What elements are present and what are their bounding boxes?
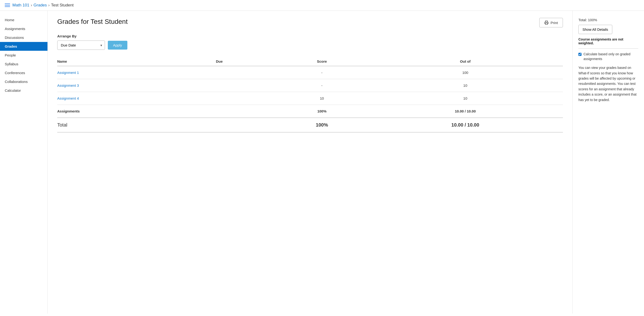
- col-due: Due: [216, 57, 276, 66]
- what-if-text: You can view your grades based on What-I…: [578, 65, 638, 102]
- assignment-name-cell: Assignment 4: [57, 92, 216, 105]
- breadcrumb-course[interactable]: Math 101: [12, 3, 29, 8]
- score-cell-1: -: [276, 66, 371, 79]
- sidebar-item-people[interactable]: People: [0, 51, 48, 59]
- score-cell-3: 10: [276, 92, 371, 105]
- breadcrumb-grades[interactable]: Grades: [34, 3, 47, 8]
- arrange-row: Due Date Name Assignment Group ▾ Apply: [57, 40, 563, 50]
- col-name: Name: [57, 57, 216, 66]
- total-label: Total: [57, 118, 216, 132]
- sidebar-item-syllabus[interactable]: Syllabus: [0, 59, 48, 68]
- breadcrumb-sep2: ›: [48, 3, 50, 8]
- outof-cell-1: 100: [370, 66, 563, 79]
- show-all-details-button[interactable]: Show All Details: [578, 25, 612, 34]
- assignment-4-link[interactable]: Assignment 4: [57, 96, 79, 100]
- breadcrumb: Math 101 › Grades › Test Student: [12, 3, 74, 8]
- table-row: Assignment 1 - 100: [57, 66, 563, 79]
- breadcrumb-sep1: ›: [31, 3, 32, 8]
- assignment-3-link[interactable]: Assignment 3: [57, 83, 79, 87]
- right-divider: [578, 48, 638, 49]
- group-row-assignments: Assignments 100% 10.00 / 10.00: [57, 105, 563, 118]
- group-due: [216, 105, 276, 118]
- total-outof: 10.00 / 10.00: [370, 118, 563, 132]
- col-score: Score: [276, 57, 371, 66]
- page-title: Grades for Test Student: [57, 18, 128, 25]
- hamburger-menu[interactable]: [5, 3, 10, 7]
- sidebar-item-grades[interactable]: Grades: [0, 42, 48, 51]
- print-icon: [544, 20, 548, 25]
- svg-rect-0: [546, 23, 548, 24]
- group-outof: 10.00 / 10.00: [370, 105, 563, 118]
- checkbox-row: Calculate based only on graded assignmen…: [578, 52, 638, 61]
- sidebar-item-calculator[interactable]: Calculator: [0, 86, 48, 95]
- right-panel: Total: 100% Show All Details Course assi…: [572, 11, 644, 314]
- sidebar-item-discussions[interactable]: Discussions: [0, 33, 48, 42]
- due-cell-2: [216, 79, 276, 92]
- col-outof: Out of: [370, 57, 563, 66]
- assignment-name-cell: Assignment 1: [57, 66, 216, 79]
- print-button[interactable]: Print: [539, 18, 563, 27]
- total-line: Total: 100%: [578, 18, 638, 22]
- due-cell-1: [216, 66, 276, 79]
- outof-cell-3: 10: [370, 92, 563, 105]
- page-header: Grades for Test Student Print: [57, 18, 563, 27]
- due-cell-3: [216, 92, 276, 105]
- arrange-select[interactable]: Due Date Name Assignment Group: [57, 40, 105, 50]
- sidebar-item-home[interactable]: Home: [0, 15, 48, 24]
- apply-button[interactable]: Apply: [108, 41, 127, 49]
- table-row: Assignment 4 10 10: [57, 92, 563, 105]
- not-weighted-label: Course assignments are not weighted.: [578, 37, 638, 45]
- breadcrumb-current: Test Student: [51, 3, 74, 8]
- checkbox-label: Calculate based only on graded assignmen…: [584, 52, 638, 61]
- group-score: 100%: [276, 105, 371, 118]
- assignment-name-cell: Assignment 3: [57, 79, 216, 92]
- assignment-1-link[interactable]: Assignment 1: [57, 70, 79, 75]
- layout: Home Assignments Discussions Grades Peop…: [0, 11, 644, 314]
- graded-only-checkbox[interactable]: [578, 52, 582, 56]
- arrange-section: Arrange By Due Date Name Assignment Grou…: [57, 34, 563, 50]
- main-content: Grades for Test Student Print Arrange By…: [48, 11, 572, 314]
- outof-cell-2: 10: [370, 79, 563, 92]
- grades-table: Name Due Score Out of Assignment 1 - 100: [57, 57, 563, 132]
- sidebar-item-assignments[interactable]: Assignments: [0, 24, 48, 33]
- group-name: Assignments: [57, 105, 216, 118]
- total-due: [216, 118, 276, 132]
- sidebar-item-conferences[interactable]: Conferences: [0, 68, 48, 77]
- table-row: Assignment 3 - 10: [57, 79, 563, 92]
- top-bar: Math 101 › Grades › Test Student: [0, 0, 644, 11]
- score-cell-2: -: [276, 79, 371, 92]
- table-header-row: Name Due Score Out of: [57, 57, 563, 66]
- arrange-select-wrapper: Due Date Name Assignment Group ▾: [57, 40, 105, 50]
- total-score: 100%: [276, 118, 371, 132]
- total-row: Total 100% 10.00 / 10.00: [57, 118, 563, 132]
- arrange-label: Arrange By: [57, 34, 563, 38]
- sidebar-item-collaborations[interactable]: Collaborations: [0, 77, 48, 86]
- sidebar: Home Assignments Discussions Grades Peop…: [0, 11, 48, 314]
